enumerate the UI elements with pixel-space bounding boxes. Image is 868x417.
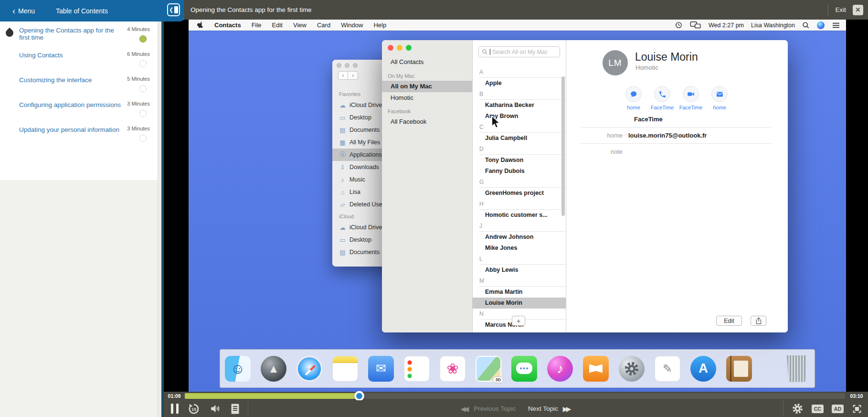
progress-handle[interactable]: [354, 391, 364, 401]
closed-captions-button[interactable]: CC: [812, 405, 824, 413]
dock-icon-photos[interactable]: ❀: [439, 354, 466, 383]
text-caret: [490, 49, 490, 55]
time-machine-icon[interactable]: [675, 21, 683, 29]
contact-row[interactable]: Julia Campbell: [473, 133, 566, 144]
siri-icon[interactable]: [817, 21, 825, 29]
contact-row[interactable]: Tony Dawson: [473, 155, 566, 166]
audio-description-button[interactable]: AD: [832, 405, 844, 413]
edit-contact-button[interactable]: Edit: [716, 316, 742, 326]
toc-item-opening-contacts[interactable]: Opening the Contacts app for the first t…: [0, 22, 158, 47]
letter-header: J: [479, 221, 566, 232]
dock-icon-photo-booth[interactable]: 3D: [475, 354, 502, 383]
contact-row[interactable]: Mike Jones: [473, 243, 566, 254]
menubar-app-name[interactable]: Contacts: [214, 21, 241, 29]
contact-row[interactable]: Homotic customer s...: [473, 210, 566, 221]
dock-icon-launchpad[interactable]: ▲: [260, 354, 287, 383]
dock-icon-textedit[interactable]: ✎: [654, 354, 681, 383]
dock-icon-reminders[interactable]: [403, 354, 431, 383]
group-all-facebook[interactable]: All Facebook: [382, 116, 472, 128]
close-window-icon[interactable]: [388, 45, 393, 51]
contacts-search-input[interactable]: Search All on My Mac: [478, 46, 560, 57]
close-icon[interactable]: ✕: [853, 5, 863, 15]
menubar-user[interactable]: Lisa Washington: [751, 22, 795, 29]
next-topic-button[interactable]: Next Topic ▶▶: [528, 405, 571, 413]
share-button[interactable]: [751, 316, 766, 326]
menubar-clock[interactable]: Wed 2:27 pm: [709, 22, 744, 29]
dock-icon-system-preferences[interactable]: [618, 354, 646, 383]
menu-window[interactable]: Window: [341, 21, 363, 29]
share-icon: [755, 317, 762, 324]
dock-icon-mail[interactable]: ✉: [367, 354, 395, 383]
contact-row-selected[interactable]: Louise Morin: [473, 298, 566, 309]
contact-row[interactable]: Apple: [473, 78, 566, 89]
rewind-10-button[interactable]: 10: [188, 403, 200, 415]
close-window-icon[interactable]: [337, 63, 341, 68]
progress-bar[interactable]: [185, 393, 845, 399]
contacts-traffic-lights[interactable]: [388, 45, 412, 51]
dock-icon-safari[interactable]: [296, 354, 323, 383]
previous-topic-button[interactable]: ◀◀ Previous Topic: [461, 405, 516, 413]
finder-traffic-lights[interactable]: [337, 63, 358, 68]
menu-card[interactable]: Card: [317, 21, 330, 29]
dock-icon-notes[interactable]: [331, 354, 359, 383]
group-section-on-my-mac: On My Mac: [382, 68, 472, 81]
displays-icon[interactable]: [690, 21, 701, 29]
dock-icon-ibooks[interactable]: [582, 354, 610, 383]
collapse-sidebar-button[interactable]: ❮: [167, 3, 180, 16]
notification-center-icon[interactable]: [832, 22, 840, 29]
forward-button[interactable]: ›: [348, 71, 358, 80]
field-value[interactable]: louise.morin75@outlook.fr: [628, 132, 707, 139]
minimize-window-icon[interactable]: [345, 63, 349, 68]
fullscreen-button[interactable]: [852, 404, 862, 414]
exit-button[interactable]: Exit: [835, 6, 846, 13]
action-email[interactable]: home: [706, 86, 733, 110]
menu-edit[interactable]: Edit: [272, 21, 283, 29]
minimize-window-icon[interactable]: [397, 45, 402, 51]
lesson-title: Opening the Contacts app for the first t…: [191, 6, 312, 13]
toc-item-configuring-permissions[interactable]: Configuring application permissions 3 Mi…: [0, 97, 158, 122]
add-contact-button[interactable]: +: [512, 316, 525, 326]
dock-icon-messages[interactable]: ●●●: [510, 354, 538, 383]
contact-row[interactable]: Katharina Becker: [473, 100, 566, 111]
volume-button[interactable]: [209, 403, 221, 415]
contact-row[interactable]: Amy Brown: [473, 111, 566, 122]
exit-area: Exit ✕: [828, 5, 868, 15]
list-scrollbar-thumb[interactable]: [561, 76, 565, 216]
finder-nav-buttons: ‹›: [338, 71, 358, 80]
toc-item-using-contacts[interactable]: Using Contacts 6 Minutes: [0, 47, 158, 72]
dock-icon-app-store[interactable]: A: [689, 354, 717, 383]
menu-help[interactable]: Help: [373, 21, 386, 29]
zoom-window-icon[interactable]: [406, 45, 412, 51]
contacts-window[interactable]: All Contacts On My Mac All on My Mac Hom…: [382, 40, 788, 332]
menu-button[interactable]: ‹ Menu: [12, 7, 35, 15]
contact-row[interactable]: Abby Lewis: [473, 265, 566, 276]
contact-row[interactable]: Fanny Dubois: [473, 166, 566, 177]
menu-view[interactable]: View: [293, 21, 307, 29]
action-message[interactable]: home: [620, 86, 647, 110]
action-call[interactable]: FaceTime: [648, 86, 676, 110]
group-homotic[interactable]: Homotic: [382, 92, 472, 104]
header-divider: [828, 5, 828, 15]
transcript-button[interactable]: [230, 403, 240, 415]
contact-row[interactable]: GreenHomes project: [473, 188, 566, 199]
dock-icon-finder[interactable]: ☺: [224, 354, 252, 383]
dock-icon-contacts[interactable]: [725, 354, 753, 383]
back-button[interactable]: ‹: [338, 71, 348, 80]
toc-item-updating-personal-info[interactable]: Updating your personal information 3 Min…: [0, 122, 158, 147]
apple-logo-icon[interactable]: [197, 21, 204, 29]
group-all-on-my-mac[interactable]: All on My Mac: [382, 81, 472, 92]
settings-gear-button[interactable]: [792, 403, 804, 415]
menu-file[interactable]: File: [252, 21, 262, 29]
video-frame[interactable]: Contacts File Edit View Card Window Help: [189, 20, 846, 392]
zoom-window-icon[interactable]: [353, 63, 358, 68]
progress-fill: [185, 393, 360, 399]
contact-row[interactable]: Andrew Johnson: [473, 232, 566, 243]
dock-icon-trash[interactable]: [783, 354, 811, 383]
dock-icon-itunes[interactable]: ♪: [546, 354, 574, 383]
pause-button[interactable]: [171, 404, 179, 414]
contact-row[interactable]: Emma Martin: [473, 287, 566, 298]
action-video-call[interactable]: FaceTime: [677, 86, 705, 110]
toc-item-customizing-interface[interactable]: Customizing the interface 5 Minutes: [0, 72, 158, 97]
spotlight-search-icon[interactable]: [802, 21, 810, 29]
group-all-contacts[interactable]: All Contacts: [382, 54, 472, 68]
